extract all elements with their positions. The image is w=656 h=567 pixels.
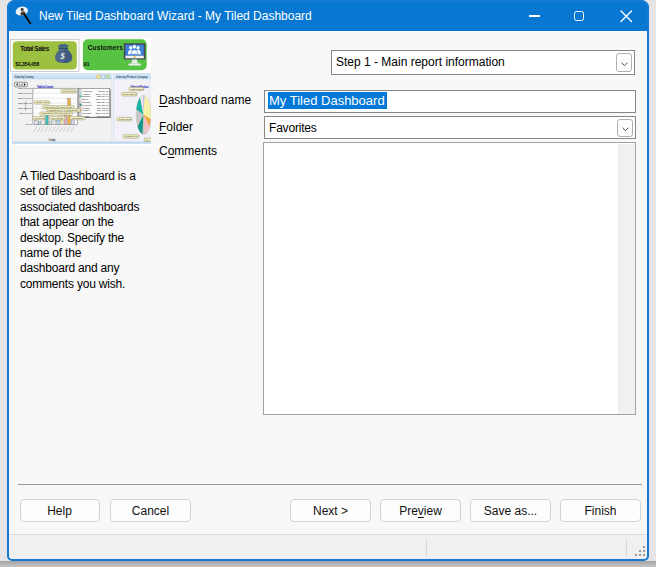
svg-text:$200,000.00: $200,000.00: [18, 97, 33, 100]
svg-text:$0.00: $0.00: [25, 123, 32, 126]
svg-text:Finland: Finland: [82, 107, 90, 109]
svg-text:Brazil: Brazil: [82, 98, 88, 100]
svg-text:Argentina: Argentina: [82, 90, 93, 92]
svg-text:$300,000.00: $300,000.00: [18, 87, 33, 90]
svg-text:Denmark: Denmark: [82, 104, 92, 106]
svg-text:$50,000.00: $50,000.00: [19, 112, 32, 115]
svg-text:Customers: Customers: [87, 44, 122, 51]
svg-text:Austria: Austria: [82, 93, 90, 95]
svg-text:$250,000.00: $250,000.00: [18, 92, 33, 95]
svg-text:$: $: [59, 51, 65, 61]
svg-text:Germany: Germany: [82, 112, 92, 114]
svg-text:$1,354,458: $1,354,458: [15, 61, 39, 67]
svg-text:91: 91: [83, 61, 89, 67]
svg-text:Sales by Country: Sales by Country: [14, 75, 34, 79]
svg-text:Country: Country: [48, 138, 56, 142]
svg-text:Belgium: Belgium: [82, 95, 90, 97]
svg-text:Total Price: Total Price: [24, 101, 27, 111]
svg-text:Total Sales: Total Sales: [20, 45, 49, 52]
svg-text:Sales by Product Category: Sales by Product Category: [116, 75, 148, 79]
svg-text:1 of 4: 1 of 4: [18, 83, 25, 87]
svg-text:France: France: [82, 109, 90, 111]
svg-text:Canada: Canada: [82, 101, 91, 103]
